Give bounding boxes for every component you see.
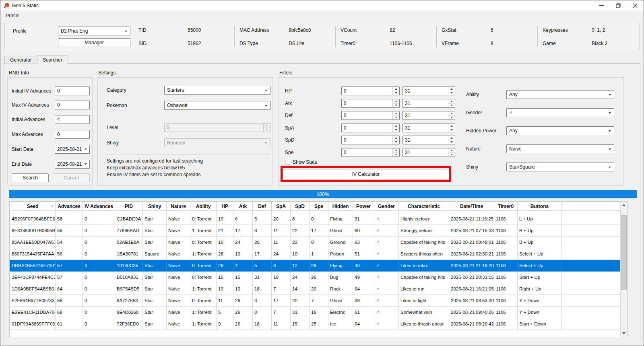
spin-down-icon[interactable]	[393, 128, 399, 132]
spin-down-icon[interactable]	[393, 152, 399, 157]
table-row[interactable]: 01DF99A3839FFF0061072F36ED0StarNaive1: T…	[10, 318, 621, 330]
category-combobox[interactable]: Starters	[164, 86, 270, 95]
gender-combobox[interactable]: ♂	[506, 108, 614, 117]
spa-max-spinbox[interactable]: 31	[402, 124, 455, 132]
search-button[interactable]: Search	[12, 173, 49, 182]
scrollbar-thumb[interactable]	[621, 215, 627, 290]
column-header[interactable]: SpA	[272, 202, 291, 211]
max-advances-input[interactable]: 0	[55, 130, 90, 139]
spin-down-icon[interactable]	[448, 103, 455, 108]
spin-up-icon[interactable]	[448, 148, 455, 152]
show-stats-checkbox[interactable]	[285, 160, 290, 165]
table-row[interactable]: 88073154435F47AA5601BA30781SquareNaive1:…	[10, 248, 621, 260]
spd-min-spinbox[interactable]: 0	[341, 136, 400, 144]
column-header[interactable]: Atk	[233, 202, 253, 211]
column-header[interactable]: Nature	[167, 202, 190, 211]
max-iv-advances-input[interactable]: 0	[55, 101, 90, 109]
spd-max-spinbox[interactable]: 31	[402, 136, 455, 144]
spin-down-icon[interactable]	[448, 91, 455, 95]
atk-min-spinbox[interactable]: 0	[341, 99, 400, 108]
spin-up-icon[interactable]	[393, 111, 399, 115]
spin-up-icon[interactable]	[448, 124, 455, 128]
atk-max-spinbox[interactable]: 31	[402, 99, 455, 108]
chevron-down-icon[interactable]	[82, 160, 89, 168]
ability-combobox[interactable]: Any	[506, 90, 614, 99]
spin-down-icon[interactable]	[393, 140, 399, 144]
spin-down-icon[interactable]	[448, 115, 455, 120]
column-header[interactable]: Seed▼	[10, 202, 56, 211]
table-row[interactable]: DBBA4B5B749F730157010140C35StarNaive0: T…	[10, 260, 621, 272]
hp-min-spinbox[interactable]: 0	[341, 86, 400, 95]
spin-up-icon[interactable]	[448, 111, 455, 115]
profile-combobox[interactable]: B2 Phat Eng	[58, 27, 130, 35]
spin-up-icon[interactable]	[393, 136, 399, 140]
column-header[interactable]: Characteristic	[399, 202, 449, 211]
end-date-picker[interactable]: 2025-08-21	[55, 160, 90, 169]
table-row[interactable]: 1D6A9BFF54AB9B01640B9F5A5D5StarNaive1: T…	[10, 283, 621, 295]
column-header[interactable]: Buttons	[518, 202, 562, 211]
table-row[interactable]: 6E313530D7B0895B59077896BADStarNaive1: T…	[10, 225, 621, 237]
column-header[interactable]: Spe	[310, 202, 328, 211]
spin-up-icon[interactable]	[393, 99, 399, 103]
spin-down-icon[interactable]	[448, 152, 455, 157]
nature-combobox[interactable]: Naive	[506, 144, 614, 153]
column-header[interactable]: Def	[253, 202, 272, 211]
spin-up-icon[interactable]	[393, 87, 399, 91]
def-min-spinbox[interactable]: 0	[341, 111, 400, 120]
def-max-spinbox[interactable]: 31	[402, 111, 455, 120]
minimize-button[interactable]	[593, 0, 610, 10]
spin-down-icon[interactable]	[448, 140, 455, 144]
column-header[interactable]: Gender	[374, 202, 399, 211]
scroll-down-icon[interactable]	[621, 330, 627, 337]
column-header[interactable]: PID	[115, 202, 143, 211]
column-header[interactable]: HP	[217, 202, 233, 211]
column-header[interactable]: IV Advances	[83, 202, 115, 211]
field-value: 0, 1, 2	[592, 27, 638, 33]
column-header[interactable]: Ability	[190, 202, 217, 211]
table-row[interactable]: E2EE41CF11DBA7046909E4D8268StarNaive1: T…	[10, 307, 621, 318]
iv-calculator-button[interactable]: IV Calculator	[283, 169, 449, 179]
spin-up-icon[interactable]	[448, 136, 455, 140]
restore-button[interactable]	[610, 0, 627, 10]
manager-button[interactable]: Manager	[58, 38, 130, 47]
combo-value: Any	[509, 92, 518, 97]
pokemon-combobox[interactable]: Oshawott	[164, 101, 270, 110]
initial-iv-advances-input[interactable]: 0	[55, 86, 90, 95]
menu-profile[interactable]: Profile	[3, 12, 22, 20]
spin-up-icon[interactable]	[393, 124, 399, 128]
vertical-scrollbar[interactable]	[620, 202, 627, 337]
spa-min-spinbox[interactable]: 0	[341, 124, 400, 132]
column-header[interactable]: Timer0	[494, 202, 518, 211]
hp-max-spinbox[interactable]: 31	[402, 86, 455, 95]
table-row[interactable]: 85AA1EE50D047A5754002AE1E8AStarNaive0: T…	[10, 237, 621, 248]
column-header[interactable]: Hidden	[328, 202, 353, 211]
show-stats-option[interactable]: Show Stats	[285, 159, 317, 165]
hidden-power-combobox[interactable]: Any	[506, 126, 614, 135]
spin-up-icon[interactable]	[448, 99, 455, 103]
shiny-filter-combobox[interactable]: Star/Square	[506, 163, 614, 171]
table-row[interactable]: F2F864B977B097335606A727653StarNaive0: T…	[10, 295, 621, 307]
column-header[interactable]: SpD	[291, 202, 310, 211]
column-header[interactable]: Date/Time	[449, 202, 494, 211]
table-cell: 11	[272, 318, 291, 330]
spin-down-icon[interactable]	[393, 103, 399, 108]
table-row[interactable]: 3EF41CF8744FE4C3570B510A931StarNaive0: T…	[10, 272, 621, 283]
spin-down-icon[interactable]	[393, 115, 399, 120]
chevron-down-icon[interactable]	[82, 145, 89, 153]
tab-generator[interactable]: Generator	[4, 56, 37, 64]
spin-down-icon[interactable]	[448, 128, 455, 132]
spin-up-icon[interactable]	[393, 148, 399, 152]
spe-min-spinbox[interactable]: 0	[341, 148, 400, 157]
spin-down-icon[interactable]	[393, 91, 399, 95]
start-date-picker[interactable]: 2025-08-21	[55, 145, 90, 154]
spin-up-icon[interactable]	[448, 87, 455, 91]
column-header[interactable]: Advances	[56, 202, 83, 211]
column-header[interactable]: Power	[353, 202, 374, 211]
spe-max-spinbox[interactable]: 31	[402, 148, 455, 157]
initial-advances-input[interactable]: 4	[55, 115, 90, 124]
column-header[interactable]: Shiny	[143, 202, 167, 211]
tab-searcher[interactable]: Searcher	[37, 56, 68, 65]
close-button[interactable]	[627, 0, 644, 10]
scroll-up-icon[interactable]	[621, 202, 627, 208]
table-row[interactable]: 4B296F0F9648BFE6580C2BADE9AStarNaive0: T…	[10, 213, 621, 225]
